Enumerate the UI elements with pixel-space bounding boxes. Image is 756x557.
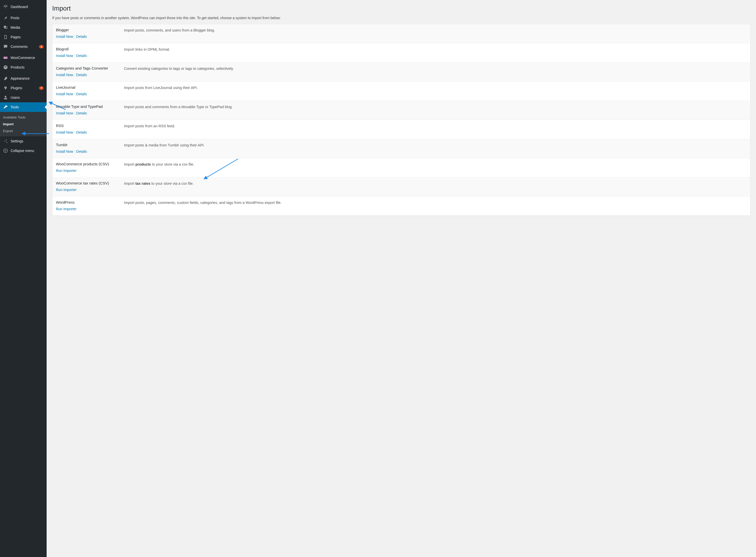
sidebar-item-users[interactable]: Users bbox=[0, 93, 47, 102]
importer-description: Import posts & media from Tumblr using t… bbox=[124, 143, 747, 153]
details-link[interactable]: Details bbox=[76, 149, 87, 153]
run-importer-link[interactable]: Run Importer bbox=[56, 188, 77, 192]
media-icon bbox=[3, 25, 8, 30]
importer-row: WooCommerce products (CSV)Run ImporterIm… bbox=[53, 158, 750, 177]
importer-row: LiveJournalInstall Now|DetailsImport pos… bbox=[53, 81, 750, 100]
importer-title: Tumblr bbox=[56, 143, 124, 147]
run-importer-link[interactable]: Run Importer bbox=[56, 207, 77, 211]
run-importer-link[interactable]: Run Importer bbox=[56, 169, 77, 173]
brush-icon bbox=[3, 76, 8, 81]
importer-description: Import posts from an RSS feed. bbox=[124, 123, 747, 134]
importer-description: Convert existing categories to tags or t… bbox=[124, 66, 747, 77]
install-now-link[interactable]: Install Now bbox=[56, 73, 73, 77]
menu-badge: 1 bbox=[39, 45, 43, 49]
sidebar-item-plugins[interactable]: Plugins7 bbox=[0, 83, 47, 93]
submenu-tools: Available ToolsImportExport bbox=[0, 112, 47, 136]
importer-row: BlogrollInstall Now|DetailsImport links … bbox=[53, 43, 750, 62]
svg-point-3 bbox=[5, 96, 6, 97]
svg-point-6 bbox=[6, 142, 7, 143]
page-icon bbox=[3, 34, 8, 39]
importer-actions: Install Now|Details bbox=[56, 130, 124, 134]
sidebar-item-label: Pages bbox=[10, 35, 43, 39]
svg-text:Woo: Woo bbox=[4, 57, 7, 59]
sidebar-item-label: Plugins bbox=[10, 86, 38, 90]
importer-actions: Run Importer bbox=[56, 207, 124, 211]
sidebar-item-label: Comments bbox=[10, 45, 38, 49]
sidebar-item-posts[interactable]: Posts bbox=[0, 13, 47, 23]
importer-row: RSSInstall Now|DetailsImport posts from … bbox=[53, 120, 750, 139]
importer-title: RSS bbox=[56, 123, 124, 128]
importer-description: Import posts, pages, comments, custom fi… bbox=[124, 200, 747, 211]
importer-title: Categories and Tags Converter bbox=[56, 66, 124, 70]
importer-actions: Install Now|Details bbox=[56, 92, 124, 96]
dashboard-icon bbox=[3, 4, 8, 9]
sidebar-item-dashboard[interactable]: Dashboard bbox=[0, 2, 47, 11]
sidebar-item-label: Posts bbox=[10, 16, 43, 20]
plug-icon bbox=[3, 85, 8, 90]
sidebar-item-media[interactable]: Media bbox=[0, 23, 47, 32]
submenu-item-available[interactable]: Available Tools bbox=[0, 114, 47, 121]
importer-title: LiveJournal bbox=[56, 85, 124, 89]
collapse-icon bbox=[3, 148, 8, 153]
submenu-item-export[interactable]: Export bbox=[0, 127, 47, 134]
install-now-link[interactable]: Install Now bbox=[56, 34, 73, 38]
install-now-link[interactable]: Install Now bbox=[56, 149, 73, 153]
importer-row: WooCommerce tax rates (CSV)Run ImporterI… bbox=[53, 177, 750, 196]
importer-actions: Install Now|Details bbox=[56, 149, 124, 153]
importer-title: WordPress bbox=[56, 200, 124, 204]
importer-row: WordPressRun ImporterImport posts, pages… bbox=[53, 196, 750, 215]
importer-actions: Install Now|Details bbox=[56, 111, 124, 115]
importer-title: Blogroll bbox=[56, 47, 124, 51]
sidebar-item-label: Collapse menu bbox=[10, 149, 43, 153]
sidebar-item-tools[interactable]: Tools bbox=[0, 102, 47, 112]
sidebar-item-label: Users bbox=[10, 95, 43, 99]
details-link[interactable]: Details bbox=[76, 130, 87, 134]
importer-row: Movable Type and TypePadInstall Now|Deta… bbox=[53, 100, 750, 120]
submenu-item-import[interactable]: Import bbox=[0, 121, 47, 127]
importer-description: Import posts from LiveJournal using thei… bbox=[124, 85, 747, 96]
sidebar-item-label: Settings bbox=[10, 139, 43, 143]
importer-row: TumblrInstall Now|DetailsImport posts & … bbox=[53, 139, 750, 158]
install-now-link[interactable]: Install Now bbox=[56, 130, 73, 134]
sidebar-item-products[interactable]: Products bbox=[0, 62, 47, 72]
importer-description: Import posts and comments from a Movable… bbox=[124, 104, 747, 115]
sidebar-item-label: Appearance bbox=[10, 76, 43, 80]
sidebar-item-label: Tools bbox=[10, 105, 43, 109]
details-link[interactable]: Details bbox=[76, 92, 87, 96]
importer-actions: Run Importer bbox=[56, 169, 124, 173]
comment-icon bbox=[3, 44, 8, 49]
details-link[interactable]: Details bbox=[76, 34, 87, 38]
svg-point-0 bbox=[5, 26, 6, 27]
importer-actions: Run Importer bbox=[56, 188, 124, 192]
wrench-icon bbox=[3, 105, 8, 110]
page-title: Import bbox=[52, 4, 751, 12]
install-now-link[interactable]: Install Now bbox=[56, 92, 73, 96]
importer-row: BloggerInstall Now|DetailsImport posts, … bbox=[53, 24, 750, 43]
details-link[interactable]: Details bbox=[76, 73, 87, 77]
svg-point-7 bbox=[4, 149, 7, 153]
page-intro: If you have posts or comments in another… bbox=[52, 16, 751, 20]
sidebar-item-woocommerce[interactable]: WooWooCommerce bbox=[0, 53, 47, 62]
importer-actions: Install Now|Details bbox=[56, 73, 124, 77]
sidebar-item-label: Products bbox=[10, 65, 43, 69]
sidebar-item-label: WooCommerce bbox=[10, 56, 43, 60]
pin-icon bbox=[3, 16, 8, 21]
importer-description: Import posts, comments, and users from a… bbox=[124, 28, 747, 38]
sidebar-item-appearance[interactable]: Appearance bbox=[0, 74, 47, 83]
install-now-link[interactable]: Install Now bbox=[56, 111, 73, 115]
sidebar-item-pages[interactable]: Pages bbox=[0, 32, 47, 42]
importer-description: Import products to your store via a csv … bbox=[124, 162, 747, 173]
details-link[interactable]: Details bbox=[76, 54, 87, 58]
svg-point-4 bbox=[6, 139, 7, 140]
importer-description: Import links in OPML format. bbox=[124, 47, 747, 58]
sidebar-item-label: Media bbox=[10, 25, 43, 29]
menu-badge: 7 bbox=[39, 86, 43, 90]
sidebar-item-collapse[interactable]: Collapse menu bbox=[0, 146, 47, 155]
importer-row: Categories and Tags ConverterInstall Now… bbox=[53, 62, 750, 81]
install-now-link[interactable]: Install Now bbox=[56, 54, 73, 58]
details-link[interactable]: Details bbox=[76, 111, 87, 115]
sidebar-item-settings[interactable]: Settings bbox=[0, 136, 47, 146]
importer-actions: Install Now|Details bbox=[56, 54, 124, 58]
importers-table: BloggerInstall Now|DetailsImport posts, … bbox=[52, 24, 751, 216]
sidebar-item-comments[interactable]: Comments1 bbox=[0, 42, 47, 51]
